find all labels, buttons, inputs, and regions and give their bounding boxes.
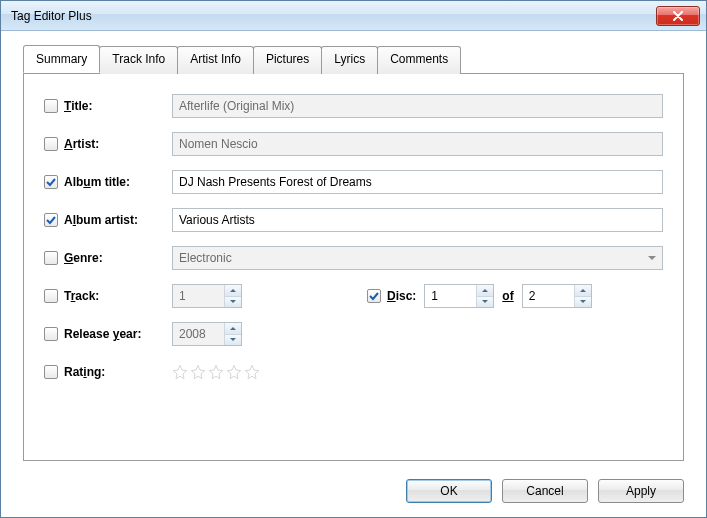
apply-button[interactable]: Apply	[598, 479, 684, 503]
tab-lyrics[interactable]: Lyrics	[321, 46, 378, 74]
spinner-release-year-down[interactable]	[225, 334, 241, 346]
spinner-disc-value: 1	[425, 285, 476, 307]
spinner-release-year-value: 2008	[173, 323, 224, 345]
check-icon	[45, 214, 57, 226]
tab-artist-info[interactable]: Artist Info	[177, 46, 254, 74]
spinner-disc-up[interactable]	[477, 285, 493, 296]
tab-track-info[interactable]: Track Info	[99, 46, 178, 74]
row-artist: Artist: Nomen Nescio	[44, 132, 663, 156]
star-icon[interactable]	[226, 364, 242, 380]
checkbox-album-title[interactable]	[44, 175, 58, 189]
checkbox-rating[interactable]	[44, 365, 58, 379]
row-album-title: Album title: DJ Nash Presents Forest of …	[44, 170, 663, 194]
dialog-buttons: OK Cancel Apply	[1, 469, 706, 517]
checkbox-album-artist[interactable]	[44, 213, 58, 227]
row-track-disc: Track: 1	[44, 284, 663, 308]
tab-pictures[interactable]: Pictures	[253, 46, 322, 74]
spinner-release-year-buttons	[224, 323, 241, 345]
label-release-year: Release year:	[64, 327, 141, 341]
spinner-disc-of-down[interactable]	[575, 296, 591, 308]
dialog-window: Tag Editor Plus Summary Track Info Artis…	[0, 0, 707, 518]
content-area: Summary Track Info Artist Info Pictures …	[1, 31, 706, 469]
spinner-disc-of-value: 2	[523, 285, 574, 307]
checkbox-artist[interactable]	[44, 137, 58, 151]
star-icon[interactable]	[244, 364, 260, 380]
row-release-year: Release year: 2008	[44, 322, 663, 346]
chevron-down-icon	[648, 256, 656, 260]
spinner-track-value: 1	[173, 285, 224, 307]
tab-comments[interactable]: Comments	[377, 46, 461, 74]
close-button[interactable]	[656, 6, 700, 26]
label-rating: Rating:	[64, 365, 105, 379]
row-genre: Genre: Electronic	[44, 246, 663, 270]
tab-panel-summary: Title: Afterlife (Original Mix) Artist: …	[23, 73, 684, 461]
row-title: Title: Afterlife (Original Mix)	[44, 94, 663, 118]
tabstrip: Summary Track Info Artist Info Pictures …	[23, 45, 684, 73]
label-disc: Disc:	[387, 289, 416, 303]
checkbox-genre[interactable]	[44, 251, 58, 265]
label-title: Title:	[64, 99, 92, 113]
spinner-track[interactable]: 1	[172, 284, 242, 308]
titlebar[interactable]: Tag Editor Plus	[1, 1, 706, 31]
spinner-track-down[interactable]	[225, 296, 241, 308]
label-genre: Genre:	[64, 251, 103, 265]
checkbox-release-year[interactable]	[44, 327, 58, 341]
input-album-artist[interactable]: Various Artists	[172, 208, 663, 232]
input-album-title[interactable]: DJ Nash Presents Forest of Dreams	[172, 170, 663, 194]
spinner-disc-of-up[interactable]	[575, 285, 591, 296]
combo-genre[interactable]: Electronic	[172, 246, 663, 270]
label-of: of	[502, 289, 513, 303]
label-track: Track:	[64, 289, 99, 303]
row-rating: Rating:	[44, 360, 663, 384]
cancel-button[interactable]: Cancel	[502, 479, 588, 503]
label-album-artist: Album artist:	[64, 213, 138, 227]
window-title: Tag Editor Plus	[11, 9, 656, 23]
star-icon[interactable]	[172, 364, 188, 380]
tab-summary[interactable]: Summary	[23, 45, 100, 73]
spinner-disc-buttons	[476, 285, 493, 307]
input-artist[interactable]: Nomen Nescio	[172, 132, 663, 156]
label-album-title: Album title:	[64, 175, 130, 189]
combo-genre-value: Electronic	[179, 251, 232, 265]
spinner-track-up[interactable]	[225, 285, 241, 296]
ok-button[interactable]: OK	[406, 479, 492, 503]
spinner-disc-of[interactable]: 2	[522, 284, 592, 308]
spinner-track-buttons	[224, 285, 241, 307]
checkbox-title[interactable]	[44, 99, 58, 113]
check-icon	[368, 290, 380, 302]
disc-group: Disc: 1 of 2	[252, 284, 592, 308]
spinner-disc[interactable]: 1	[424, 284, 494, 308]
check-icon	[45, 176, 57, 188]
rating-stars[interactable]	[172, 364, 260, 380]
input-title[interactable]: Afterlife (Original Mix)	[172, 94, 663, 118]
spinner-release-year[interactable]: 2008	[172, 322, 242, 346]
row-album-artist: Album artist: Various Artists	[44, 208, 663, 232]
label-artist: Artist:	[64, 137, 99, 151]
checkbox-track[interactable]	[44, 289, 58, 303]
close-icon	[672, 11, 684, 21]
spinner-disc-down[interactable]	[477, 296, 493, 308]
checkbox-disc[interactable]	[367, 289, 381, 303]
spinner-release-year-up[interactable]	[225, 323, 241, 334]
star-icon[interactable]	[208, 364, 224, 380]
star-icon[interactable]	[190, 364, 206, 380]
spinner-disc-of-buttons	[574, 285, 591, 307]
